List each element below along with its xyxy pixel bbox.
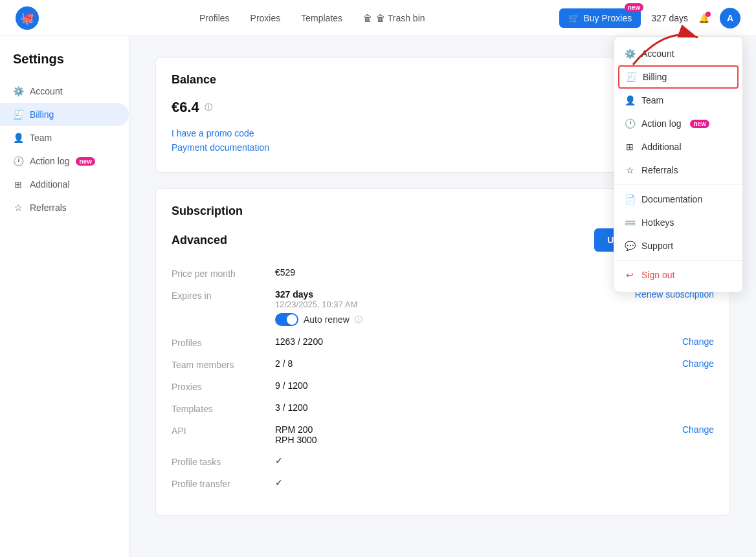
- buy-proxies-button[interactable]: 🛒 Buy Proxies new: [559, 8, 641, 28]
- expire-days: 327 days: [275, 289, 625, 300]
- auto-renew-toggle[interactable]: [275, 313, 298, 326]
- dropdown-item-billing[interactable]: 🧾 Billing: [618, 65, 739, 89]
- sidebar-label-billing: Billing: [30, 109, 54, 120]
- subscription-row-expires: Expires in 327 days 12/23/2025, 10:37 AM…: [172, 289, 714, 326]
- notification-dot: [706, 12, 711, 17]
- team-icon: 👤: [13, 133, 23, 143]
- header: 🐙 Profiles Proxies Templates 🗑 🗑 Trash b…: [0, 0, 756, 36]
- templates-label: Templates: [172, 402, 275, 414]
- nav-profiles[interactable]: Profiles: [199, 13, 230, 23]
- dropdown-item-action-log[interactable]: 🕐 Action log new: [614, 112, 742, 135]
- dropdown-support-label: Support: [641, 241, 673, 251]
- sidebar-item-team[interactable]: 👤 Team: [0, 126, 129, 149]
- sidebar-item-action-log[interactable]: 🕐 Action log new: [0, 149, 129, 173]
- dropdown-item-hotkeys[interactable]: ⌨️ Hotkeys: [614, 211, 742, 234]
- dropdown-item-account[interactable]: ⚙️ Account: [614, 42, 742, 65]
- svg-text:🐙: 🐙: [20, 11, 35, 25]
- auto-renew-toggle-row: Auto renew ⓘ: [275, 313, 625, 326]
- subscription-row-profile-tasks: Profile tasks ✓: [172, 455, 714, 467]
- sidebar-item-referrals[interactable]: ☆ Referrals: [0, 196, 129, 219]
- api-label: API: [172, 424, 275, 436]
- subscription-row-proxies: Proxies 9 / 1200: [172, 380, 714, 392]
- days-counter: 327 days: [651, 13, 688, 23]
- nav-trash-bin[interactable]: 🗑 🗑 Trash bin: [363, 13, 425, 23]
- profile-tasks-label: Profile tasks: [172, 455, 275, 467]
- price-label: Price per month: [172, 267, 275, 279]
- auto-renew-label: Auto renew: [304, 314, 350, 325]
- sidebar-label-additional: Additional: [30, 179, 70, 190]
- dropdown-action-log-label: Action log: [641, 118, 681, 129]
- dropdown-signout-label: Sign out: [641, 270, 674, 280]
- sidebar-item-billing[interactable]: 🧾 Billing: [0, 103, 129, 126]
- subscription-row-api: API RPM 200 RPH 3000 Change: [172, 424, 714, 445]
- proxies-value: 9 / 1200: [275, 380, 714, 391]
- dropdown-item-additional[interactable]: ⊞ Additional: [614, 135, 742, 158]
- team-members-change-link[interactable]: Change: [682, 358, 714, 369]
- dropdown-item-support[interactable]: 💬 Support: [614, 234, 742, 257]
- dropdown-doc-icon: 📄: [625, 194, 635, 204]
- star-icon: ☆: [13, 202, 23, 213]
- cart-icon: 🛒: [568, 13, 579, 23]
- profiles-label: Profiles: [172, 336, 275, 348]
- dropdown-divider-2: [614, 260, 742, 261]
- expires-block: 327 days 12/23/2025, 10:37 AM Auto renew…: [275, 289, 625, 326]
- subscription-row-profiles: Profiles 1263 / 2200 Change: [172, 336, 714, 348]
- sidebar: Settings ⚙️ Account 🧾 Billing 👤 Team 🕐 A…: [0, 36, 129, 557]
- auto-renew-info-icon[interactable]: ⓘ: [355, 314, 362, 325]
- clock-icon: 🕐: [13, 156, 23, 166]
- dropdown-item-team[interactable]: 👤 Team: [614, 89, 742, 112]
- dropdown-item-referrals[interactable]: ☆ Referrals: [614, 158, 742, 182]
- dropdown-account-label: Account: [641, 49, 674, 59]
- page-title: Settings: [0, 52, 129, 80]
- avatar[interactable]: A: [720, 8, 740, 28]
- action-log-new-badge: new: [76, 157, 94, 166]
- balance-amount: €6.4 ⓘ: [172, 99, 212, 116]
- team-members-label: Team members: [172, 358, 275, 370]
- dropdown-documentation-label: Documentation: [641, 194, 702, 204]
- billing-icon: 🧾: [13, 109, 23, 120]
- profile-tasks-value: ✓: [275, 455, 714, 466]
- dropdown-action-log-new-badge: new: [690, 120, 709, 128]
- profile-transfer-value: ✓: [275, 477, 714, 488]
- sidebar-label-referrals: Referrals: [30, 202, 67, 213]
- profiles-change-link[interactable]: Change: [682, 336, 714, 347]
- gear-icon: ⚙️: [13, 86, 23, 96]
- subscription-row-profile-transfer: Profile transfer ✓: [172, 477, 714, 489]
- dropdown-clock-icon: 🕐: [625, 118, 635, 129]
- profiles-value: 1263 / 2200: [275, 336, 672, 347]
- dropdown-team-label: Team: [641, 95, 663, 105]
- main-nav: Profiles Proxies Templates 🗑 🗑 Trash bin: [65, 13, 559, 23]
- dropdown-item-documentation[interactable]: 📄 Documentation: [614, 188, 742, 211]
- api-change-link[interactable]: Change: [682, 424, 714, 435]
- nav-templates[interactable]: Templates: [301, 13, 342, 23]
- notifications-bell[interactable]: 🔔: [698, 13, 709, 23]
- team-members-value: 2 / 8: [275, 358, 672, 369]
- api-value: RPM 200 RPH 3000: [275, 424, 672, 445]
- sidebar-label-team: Team: [30, 133, 52, 143]
- dropdown-additional-label: Additional: [641, 142, 682, 152]
- dropdown-hotkeys-label: Hotkeys: [641, 217, 674, 228]
- dropdown-gear-icon: ⚙️: [625, 49, 635, 59]
- dropdown-team-icon: 👤: [625, 95, 635, 105]
- sidebar-item-additional[interactable]: ⊞ Additional: [0, 173, 129, 196]
- subscription-plan-name: Advanced: [172, 234, 227, 247]
- sidebar-item-account[interactable]: ⚙️ Account: [0, 80, 129, 103]
- profile-transfer-label: Profile transfer: [172, 477, 275, 489]
- dropdown-item-signout[interactable]: ↩ Sign out: [614, 263, 742, 287]
- dropdown-divider-1: [614, 184, 742, 185]
- dropdown-hotkeys-icon: ⌨️: [625, 217, 635, 228]
- dropdown-signout-icon: ↩: [625, 270, 635, 280]
- header-right: 🛒 Buy Proxies new 327 days 🔔 A: [559, 8, 740, 28]
- dropdown-star-icon: ☆: [625, 165, 635, 175]
- balance-info-icon[interactable]: ⓘ: [205, 102, 212, 113]
- dropdown-billing-icon: 🧾: [626, 72, 636, 82]
- dropdown-referrals-label: Referrals: [641, 165, 678, 175]
- dropdown-grid-icon: ⊞: [625, 142, 635, 152]
- nav-proxies[interactable]: Proxies: [250, 13, 281, 23]
- grid-icon: ⊞: [13, 179, 23, 190]
- dropdown-billing-label: Billing: [643, 72, 667, 82]
- expire-date: 12/23/2025, 10:37 AM: [275, 300, 625, 309]
- buy-proxies-new-badge: new: [625, 3, 643, 12]
- logo[interactable]: 🐙: [16, 6, 39, 30]
- subscription-row-templates: Templates 3 / 1200: [172, 402, 714, 414]
